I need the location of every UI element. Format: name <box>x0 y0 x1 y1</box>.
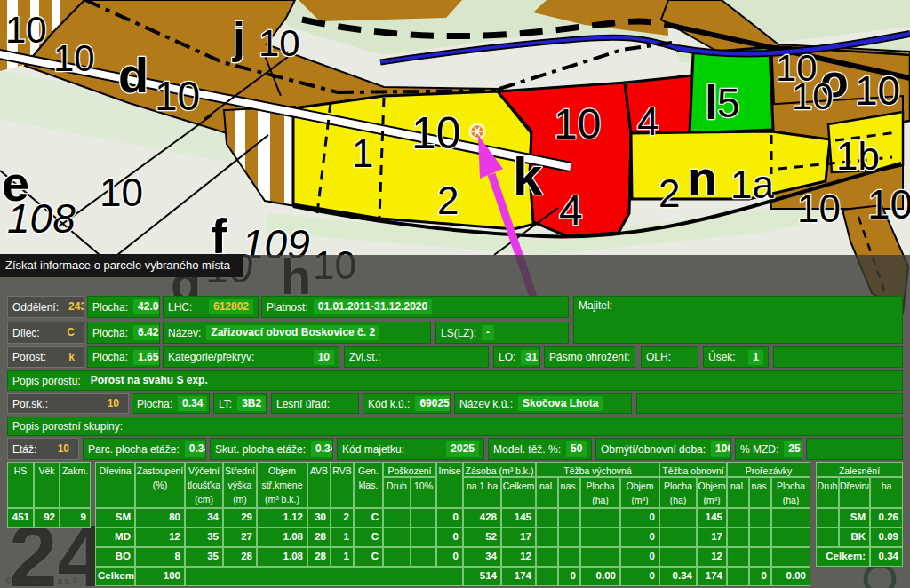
table-cell <box>536 508 558 528</box>
table-header-cell: AVB <box>307 462 331 508</box>
table-cell <box>580 508 620 528</box>
field-porost: Porost:k <box>7 346 84 368</box>
field-value: Skočova Lhota <box>518 396 603 411</box>
field-label: OLH: <box>646 351 671 363</box>
table-header-cell: Objemstř.kmene(m³ b.k.) <box>257 462 307 508</box>
table-header-cell: Zalesnění <box>816 462 903 477</box>
field-por-sk: Por.sk.:10 <box>7 393 129 414</box>
table-cell <box>536 547 558 567</box>
table-cell: 0.00 <box>771 567 810 586</box>
panel-title-text: Získat informace o parcele vybraného mís… <box>5 258 230 272</box>
field-value: 10 <box>103 396 124 411</box>
field-ls-lz: LS(LZ):- <box>435 322 569 344</box>
table-cell: 428 <box>463 508 501 528</box>
field-label: Oddělení: <box>12 301 59 314</box>
table-cell <box>558 508 580 528</box>
field-value: 0.34 <box>178 396 207 411</box>
field-blank <box>806 438 903 460</box>
table-cell: 34 <box>185 508 223 528</box>
table-header-cell: nal. <box>727 477 749 508</box>
table-cell <box>727 528 749 547</box>
field-label: Platnost: <box>267 301 308 314</box>
table-header-cell: ha <box>870 477 903 508</box>
table-cell <box>749 508 771 528</box>
field-label: LT: <box>219 398 232 410</box>
table-cell: 9 <box>60 508 91 528</box>
table-cell: 8 <box>135 547 185 567</box>
table-cell <box>411 508 436 528</box>
table-cell <box>659 528 697 547</box>
field-plocha: Plocha:42.00 <box>87 296 160 318</box>
table-cell: 1.08 <box>257 528 307 547</box>
field-label: Název: <box>168 327 201 339</box>
field-blank <box>773 346 903 368</box>
field-value: 0.34 <box>185 441 206 457</box>
field-label: Dílec: <box>12 327 40 339</box>
field-oddeleni: Oddělení:243 <box>7 296 84 318</box>
table-cell: 100 <box>135 567 185 586</box>
table-header-cell: 10% <box>411 477 436 508</box>
field-label: Etáž: <box>12 443 36 456</box>
field-value: 690252 <box>415 396 451 411</box>
table-header-cell: RVB <box>331 462 354 508</box>
table-cell: SM <box>839 508 870 528</box>
table-cell <box>816 528 839 547</box>
field-label: Úsek: <box>708 351 736 363</box>
table-cell: 28 <box>223 547 257 567</box>
table-cell: 34 <box>463 547 501 567</box>
field-value: 10 <box>53 441 74 457</box>
field-value: 0.34 <box>311 441 333 457</box>
table-cell: 29 <box>223 508 257 528</box>
table-header-cell: Dřevina <box>839 477 870 508</box>
table-cell <box>771 508 810 528</box>
field-label: Lesní úřad: <box>276 398 330 410</box>
table-cell: 30 <box>307 508 331 528</box>
table-cell: 174 <box>697 567 727 586</box>
table-cell: 0 <box>620 508 659 528</box>
table-header-cell: Střednívýška(m) <box>223 462 257 508</box>
field-value: 50 <box>566 441 587 457</box>
field-label: Kód k.ú.: <box>368 398 410 410</box>
table-cell: 92 <box>34 508 60 528</box>
table-cell: 12 <box>501 547 536 567</box>
table-header-cell: Plocha(ha) <box>580 477 620 508</box>
field-value: - <box>482 325 494 340</box>
field-obmyti-obnovni-doba: Obmýtí/obnovní doba:100/30 <box>595 438 731 460</box>
field-popis-porostu: Popis porostu:Porost na svahu S exp. <box>7 370 903 391</box>
field-value: 1 <box>748 350 763 365</box>
table-cell: C <box>354 547 383 567</box>
field-mzd: % MZD:25 <box>735 438 802 460</box>
field-pasmo-ohrozeni: Pásmo ohrožení:D <box>544 346 635 368</box>
table-header-cell: Gen.klas. <box>354 462 383 508</box>
field-usek: Úsek:1 <box>703 346 769 368</box>
table-cell: 28 <box>307 547 331 567</box>
table-cell: 0 <box>558 567 580 586</box>
field-lhc: LHC:612802 <box>163 296 259 318</box>
table-cell: 0.34 <box>659 567 697 586</box>
field-platnost: Platnost:01.01.2011-31.12.2020 <box>261 296 569 318</box>
table-cell <box>536 567 558 586</box>
field-olh: OLH: <box>641 346 698 368</box>
field-label: Pásmo ohrožení: <box>549 351 630 363</box>
table-cell: 0 <box>436 528 463 547</box>
table-header-cell: Poškození <box>383 462 436 477</box>
field-label: Plocha: <box>92 327 128 339</box>
field-value: 612802 <box>209 299 253 314</box>
table-cell: 28 <box>307 528 331 547</box>
field-kategorie-prekryv: Kategorie/překryv:10 <box>163 346 339 368</box>
table-cell <box>749 547 771 567</box>
table-cell: 0.09 <box>870 528 903 547</box>
table-cell <box>383 508 411 528</box>
field-label: LO: <box>499 351 515 363</box>
field-nazev: Název:Zařizovací obvod Boskovice č. 2 <box>163 322 431 344</box>
table-cell: 35 <box>185 528 223 547</box>
forestry-gis-app: 1010d10j101012k1044l52n1a1b10o10101010e1… <box>0 0 910 588</box>
table-cell: 0.26 <box>870 508 903 528</box>
field-label: Zvl.st.: <box>349 351 380 363</box>
table-cell <box>659 508 697 528</box>
table-cell <box>383 528 411 547</box>
table-header-cell: Zakm. <box>60 462 91 508</box>
table-cell <box>727 567 749 586</box>
table-cell: 80 <box>135 508 185 528</box>
field-label: Popis porostní skupiny: <box>12 420 123 433</box>
